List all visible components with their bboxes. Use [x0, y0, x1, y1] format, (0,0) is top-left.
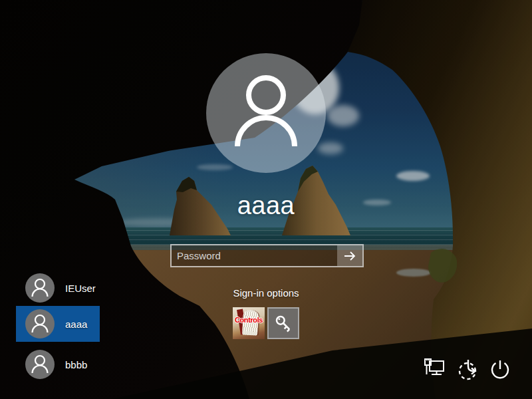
arrow-right-icon	[342, 249, 357, 263]
user-name-label: IEUser	[65, 283, 96, 294]
person-icon	[25, 350, 55, 379]
user-avatar-large	[206, 53, 326, 173]
submit-password-button[interactable]	[337, 245, 362, 266]
user-list-item-bbbb[interactable]: bbbb	[16, 346, 100, 382]
password-field[interactable]	[170, 244, 364, 267]
wallpaper-tide-pool	[396, 269, 431, 277]
user-avatar-small	[25, 350, 55, 379]
network-button[interactable]	[421, 356, 448, 383]
person-icon	[25, 273, 55, 303]
user-list-item-aaaa[interactable]: aaaa	[16, 306, 100, 342]
power-icon	[487, 356, 513, 383]
power-button[interactable]	[487, 356, 513, 383]
person-icon	[206, 53, 326, 173]
person-icon	[25, 309, 55, 338]
network-icon	[421, 356, 448, 383]
user-list-item-ieuser[interactable]: IEUser	[16, 270, 100, 306]
user-name-label: bbbb	[65, 359, 87, 370]
ease-of-access-icon	[455, 356, 481, 383]
signed-in-username: aaaa	[0, 192, 532, 220]
password-input[interactable]	[172, 245, 337, 266]
login-screen: aaaa Sign-in options Controls IEUs	[0, 0, 532, 399]
key-icon	[270, 310, 297, 336]
cloud	[327, 105, 359, 126]
cloud	[396, 171, 430, 181]
signin-option-controls-provider[interactable]: Controls	[233, 307, 265, 339]
user-avatar-small	[25, 309, 55, 338]
ease-of-access-button[interactable]	[455, 356, 481, 383]
cave-pillar-moss	[428, 249, 457, 283]
island-rock-left-cap	[176, 177, 197, 192]
user-avatar-small	[25, 273, 55, 303]
wallpaper-sky-haze	[0, 100, 226, 266]
controls-provider-label: Controls	[233, 316, 265, 324]
user-name-label: aaaa	[65, 319, 87, 330]
signin-option-password[interactable]	[267, 307, 299, 339]
